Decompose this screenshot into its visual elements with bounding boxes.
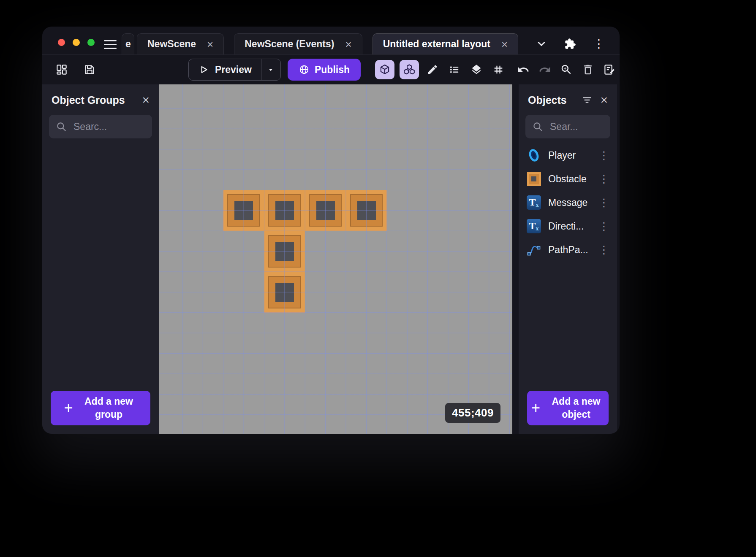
extensions-button[interactable] bbox=[564, 38, 577, 50]
filter-objects-button[interactable] bbox=[582, 95, 593, 105]
object-row-pathpaint[interactable]: PathPa... ⋮ bbox=[519, 238, 617, 262]
window-zoom-button[interactable] bbox=[87, 39, 95, 46]
grid-button[interactable] bbox=[490, 61, 507, 78]
zoom-button[interactable] bbox=[558, 62, 574, 78]
close-icon[interactable]: × bbox=[207, 39, 213, 50]
obstacle-instance[interactable] bbox=[264, 190, 305, 231]
edit-properties-button[interactable] bbox=[601, 62, 617, 78]
object-menu-button[interactable]: ⋮ bbox=[598, 150, 610, 161]
object-name: Obstacle bbox=[548, 173, 591, 185]
window-close-button[interactable] bbox=[58, 39, 65, 46]
object-groups-title: Object Groups bbox=[52, 94, 134, 106]
instructions-list-button[interactable] bbox=[446, 61, 463, 78]
project-manager-button[interactable] bbox=[53, 61, 70, 78]
obstacle-instance[interactable] bbox=[223, 190, 264, 231]
text-icon: Tx bbox=[527, 219, 541, 233]
layers-button[interactable] bbox=[468, 61, 485, 78]
object-menu-button[interactable]: ⋮ bbox=[598, 221, 610, 232]
zoom-in-icon bbox=[560, 63, 573, 76]
kebab-icon: ⋮ bbox=[598, 220, 609, 233]
instances-list-button[interactable] bbox=[400, 60, 419, 79]
object-menu-button[interactable]: ⋮ bbox=[598, 244, 610, 255]
close-icon[interactable]: × bbox=[345, 39, 351, 50]
close-icon: × bbox=[600, 93, 608, 107]
publish-button[interactable]: Publish bbox=[288, 59, 361, 81]
filter-icon bbox=[582, 95, 593, 105]
edit-mode-button[interactable] bbox=[424, 61, 441, 78]
text-icon: Tx bbox=[527, 195, 541, 210]
save-button[interactable] bbox=[81, 61, 98, 78]
window-menu-button[interactable]: ⋮ bbox=[593, 38, 605, 50]
tab-label: NewScene bbox=[147, 38, 196, 50]
object-row-obstacle[interactable]: Obstacle ⋮ bbox=[519, 167, 617, 191]
close-object-groups-button[interactable]: × bbox=[142, 94, 150, 106]
window-minimize-button[interactable] bbox=[73, 39, 80, 46]
obstacle-instance[interactable] bbox=[264, 231, 305, 272]
object-name: Directi... bbox=[548, 221, 591, 232]
object-menu-button[interactable]: ⋮ bbox=[598, 197, 610, 208]
object-name: PathPa... bbox=[548, 244, 591, 256]
objects-panel: Objects × bbox=[519, 84, 617, 434]
cubes-icon bbox=[403, 63, 416, 76]
close-icon: × bbox=[142, 93, 150, 107]
puzzle-icon bbox=[564, 38, 576, 50]
tab-untitled-external-layout[interactable]: Untitled external layout × bbox=[373, 33, 519, 54]
toggle-3d-view-button[interactable] bbox=[375, 60, 394, 79]
player-icon bbox=[527, 148, 541, 162]
obstacle-instance[interactable] bbox=[264, 272, 305, 313]
undo-button[interactable] bbox=[515, 62, 531, 78]
object-groups-panel: Object Groups × + Add a new group bbox=[42, 84, 159, 434]
tab-partial[interactable]: e bbox=[122, 33, 134, 54]
search-icon bbox=[532, 121, 543, 132]
object-name: Player bbox=[548, 150, 591, 161]
crate-core bbox=[275, 201, 294, 220]
object-row-directions[interactable]: Tx Directi... ⋮ bbox=[519, 214, 617, 238]
kebab-icon: ⋮ bbox=[598, 149, 609, 162]
object-row-message[interactable]: Tx Message ⋮ bbox=[519, 191, 617, 214]
object-menu-button[interactable]: ⋮ bbox=[598, 173, 610, 184]
close-icon[interactable]: × bbox=[501, 39, 508, 50]
scene-canvas[interactable]: 455;409 bbox=[159, 84, 512, 434]
crate-core bbox=[234, 201, 253, 220]
tab-label: NewScene (Events) bbox=[245, 38, 334, 50]
grid-overlay bbox=[159, 84, 512, 434]
tab-newscene[interactable]: NewScene × bbox=[137, 33, 224, 54]
objects-title: Objects bbox=[528, 94, 574, 106]
app-window: e NewScene × NewScene (Events) × Untitle… bbox=[42, 27, 620, 434]
add-object-label: Add a new object bbox=[548, 395, 604, 421]
preview-button[interactable]: Preview bbox=[189, 59, 261, 80]
object-groups-list bbox=[42, 143, 159, 391]
redo-button[interactable] bbox=[537, 62, 553, 78]
tab-newscene-events[interactable]: NewScene (Events) × bbox=[234, 33, 362, 54]
preview-control: Preview bbox=[188, 59, 281, 81]
kebab-icon: ⋮ bbox=[598, 243, 609, 256]
objects-list: Player ⋮ Obstacle ⋮ Tx Message bbox=[519, 143, 617, 391]
obstacle-instance[interactable] bbox=[346, 190, 387, 231]
main-menu-button[interactable] bbox=[104, 40, 117, 49]
preview-label: Preview bbox=[215, 64, 252, 76]
object-groups-search-input[interactable] bbox=[73, 121, 145, 133]
add-object-button[interactable]: + Add a new object bbox=[527, 391, 609, 425]
delete-button[interactable] bbox=[580, 62, 596, 78]
close-objects-button[interactable]: × bbox=[600, 94, 608, 106]
kebab-icon: ⋮ bbox=[598, 173, 609, 185]
obstacle-instance[interactable] bbox=[305, 190, 346, 231]
object-name: Message bbox=[548, 197, 591, 208]
chevron-down-icon bbox=[536, 38, 547, 50]
editor-tabs: e NewScene × NewScene (Events) × Untitle… bbox=[122, 33, 527, 54]
publish-label: Publish bbox=[315, 64, 350, 76]
caret-down-icon bbox=[267, 65, 275, 74]
objects-search-input[interactable] bbox=[549, 121, 604, 133]
object-row-player[interactable]: Player ⋮ bbox=[519, 143, 617, 167]
path-icon bbox=[527, 243, 541, 257]
pencil-icon bbox=[427, 64, 438, 76]
plus-icon: + bbox=[64, 400, 73, 416]
grid-icon bbox=[492, 64, 504, 76]
preview-options-button[interactable] bbox=[261, 59, 280, 80]
kebab-icon: ⋮ bbox=[593, 38, 605, 50]
tabs-overflow-button[interactable] bbox=[535, 38, 548, 50]
edit-note-icon bbox=[603, 63, 616, 76]
add-group-button[interactable]: + Add a new group bbox=[51, 391, 150, 425]
toolbar: Preview Publish bbox=[42, 55, 620, 84]
tab-bar: e NewScene × NewScene (Events) × Untitle… bbox=[42, 27, 620, 55]
